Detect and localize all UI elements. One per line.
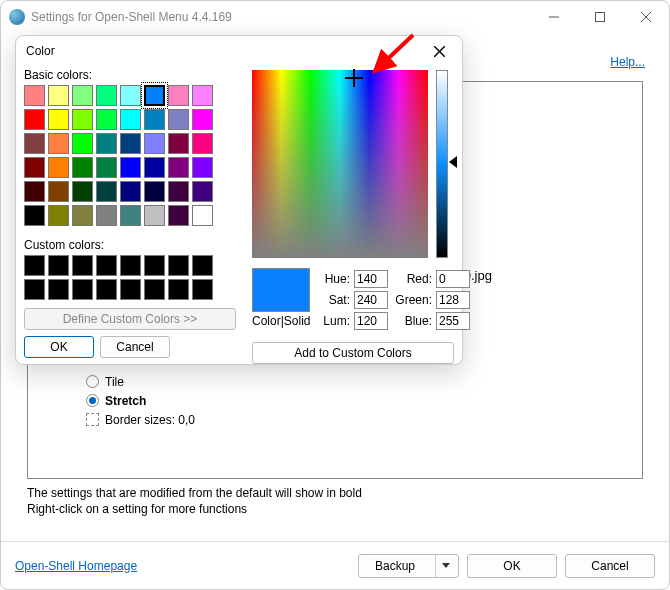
color-swatch[interactable] [168,157,189,178]
custom-swatch[interactable] [144,255,165,276]
red-field[interactable] [436,270,470,288]
color-swatch[interactable] [24,109,45,130]
radio-label: Tile [105,375,124,389]
sat-field[interactable] [354,291,388,309]
color-swatch[interactable] [120,181,141,202]
color-swatch[interactable] [96,109,117,130]
help-link[interactable]: Help... [610,55,645,69]
color-swatch[interactable] [168,85,189,106]
color-swatch[interactable] [168,109,189,130]
color-swatch[interactable] [144,205,165,226]
color-swatch[interactable] [120,205,141,226]
spectrum-picker[interactable] [252,70,428,258]
homepage-link[interactable]: Open-Shell Homepage [15,559,350,573]
color-swatch[interactable] [72,157,93,178]
hue-field[interactable] [354,270,388,288]
color-swatch[interactable] [120,133,141,154]
color-swatch[interactable] [96,181,117,202]
blue-field[interactable] [436,312,470,330]
cancel-button[interactable]: Cancel [565,554,655,578]
color-swatch[interactable] [192,133,213,154]
color-swatch[interactable] [48,85,69,106]
custom-swatch[interactable] [72,255,93,276]
radio-icon [86,394,99,407]
color-swatch[interactable] [192,205,213,226]
color-swatch[interactable] [96,133,117,154]
color-swatch[interactable] [48,109,69,130]
color-swatch[interactable] [48,133,69,154]
custom-swatch[interactable] [192,279,213,300]
color-swatch[interactable] [72,85,93,106]
radio-stretch[interactable]: Stretch [86,391,195,410]
chevron-down-icon [435,555,456,577]
color-swatch[interactable] [168,205,189,226]
color-swatch[interactable] [192,109,213,130]
color-swatch[interactable] [72,205,93,226]
custom-swatch[interactable] [120,255,141,276]
color-swatch[interactable] [24,157,45,178]
color-swatch[interactable] [72,181,93,202]
color-swatch[interactable] [24,133,45,154]
custom-swatch[interactable] [48,279,69,300]
custom-swatch[interactable] [144,279,165,300]
backup-button[interactable]: Backup [358,554,459,578]
color-swatch[interactable] [24,181,45,202]
radio-tile[interactable]: Tile [86,372,195,391]
color-swatch[interactable] [192,85,213,106]
luminance-pointer-icon [449,156,457,168]
custom-swatch[interactable] [72,279,93,300]
color-swatch[interactable] [120,85,141,106]
color-swatch[interactable] [48,205,69,226]
minimize-button[interactable] [531,1,577,33]
lum-field[interactable] [354,312,388,330]
settings-window: Settings for Open-Shell Menu 4.4.169 Hel… [0,0,670,590]
color-swatch[interactable] [144,157,165,178]
ok-button[interactable]: OK [467,554,557,578]
custom-swatch[interactable] [120,279,141,300]
svg-rect-1 [596,13,605,22]
custom-swatch[interactable] [24,255,45,276]
color-swatch[interactable] [24,205,45,226]
color-swatch[interactable] [48,157,69,178]
add-to-custom-button[interactable]: Add to Custom Colors [252,342,454,364]
color-swatch[interactable] [192,157,213,178]
color-swatch[interactable] [168,133,189,154]
color-swatch[interactable] [144,181,165,202]
define-custom-button[interactable]: Define Custom Colors >> [24,308,236,330]
custom-swatch[interactable] [24,279,45,300]
color-swatch[interactable] [168,181,189,202]
color-swatch[interactable] [96,205,117,226]
custom-swatch[interactable] [168,255,189,276]
color-swatch[interactable] [72,133,93,154]
dialog-close-button[interactable] [426,38,452,64]
titlebar: Settings for Open-Shell Menu 4.4.169 [1,1,669,33]
luminance-slider[interactable] [436,70,448,258]
dialog-ok-button[interactable]: OK [24,336,94,358]
color-swatch[interactable] [96,157,117,178]
color-swatch[interactable] [144,133,165,154]
maximize-button[interactable] [577,1,623,33]
custom-swatch[interactable] [48,255,69,276]
custom-swatch[interactable] [168,279,189,300]
color-swatch[interactable] [144,109,165,130]
radio-label: Stretch [105,394,146,408]
green-field[interactable] [436,291,470,309]
custom-swatch[interactable] [96,279,117,300]
color-preview-box [252,268,310,312]
border-label: Border sizes: 0,0 [105,413,195,427]
color-swatch[interactable] [144,85,165,106]
border-sizes-row[interactable]: Border sizes: 0,0 [86,410,195,429]
color-swatch[interactable] [48,181,69,202]
color-swatch[interactable] [24,85,45,106]
color-preview: Color|Solid [252,268,310,328]
color-swatch[interactable] [72,109,93,130]
color-swatch[interactable] [120,157,141,178]
footer-note: The settings that are modified from the … [27,485,643,517]
color-swatch[interactable] [120,109,141,130]
dialog-cancel-button[interactable]: Cancel [100,336,170,358]
custom-swatch[interactable] [192,255,213,276]
color-swatch[interactable] [96,85,117,106]
close-button[interactable] [623,1,669,33]
color-swatch[interactable] [192,181,213,202]
custom-swatch[interactable] [96,255,117,276]
